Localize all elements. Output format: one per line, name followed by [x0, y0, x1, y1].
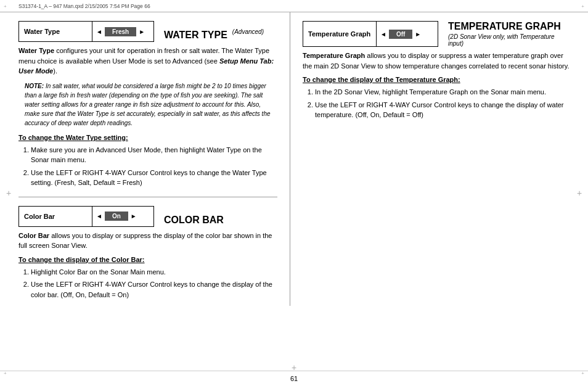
color-bar-steps: Highlight Color Bar on the Sonar Main me…: [18, 267, 277, 300]
water-type-arrow-right[interactable]: ►: [139, 28, 145, 35]
section-divider: [18, 197, 277, 197]
right-center-cross: +: [574, 188, 584, 198]
temp-graph-change-heading: To change the display of the Temperature…: [303, 76, 570, 83]
water-type-intro: Water Type configures your unit for oper…: [18, 46, 277, 76]
color-bar-intro: Color Bar allows you to display or suppr…: [18, 231, 277, 251]
left-column: Water Type ◄ Fresh ► WATER TYPE (Advance…: [18, 12, 277, 306]
temp-graph-arrow-left[interactable]: ◄: [380, 31, 386, 38]
temp-graph-arrow-right[interactable]: ►: [415, 31, 421, 38]
right-column: Temperature Graph ◄ Off ► TEMPERATURE GR…: [290, 12, 570, 306]
color-bar-label-box: Color Bar: [18, 206, 92, 227]
color-bar-heading: COLOR BAR: [164, 206, 224, 227]
corner-mark-tr: +: [581, 4, 584, 9]
color-bar-value: On: [105, 211, 128, 221]
water-type-step-1: Make sure you are in Advanced User Mode,…: [31, 145, 277, 165]
color-bar-step-2: Use the LEFT or RIGHT 4-WAY Cursor Contr…: [31, 279, 277, 300]
page-container: S31374-1_A – 947 Man.qxd 2/15/2005 7:54 …: [0, 0, 588, 386]
water-type-intro-text: configures your unit for operation in fr…: [18, 47, 274, 75]
water-type-note: NOTE: In salt water, what would be consi…: [18, 81, 277, 128]
color-bar-selector[interactable]: ◄ On ►: [92, 206, 154, 227]
temp-graph-step-2: Use the LEFT or RIGHT 4-WAY Cursor Contr…: [315, 100, 570, 120]
water-type-heading: WATER TYPE: [164, 21, 227, 42]
note-body: In salt water, what would be considered …: [25, 83, 271, 126]
color-bar-label: Color Bar: [24, 213, 55, 220]
color-bar-arrow-left[interactable]: ◄: [96, 213, 102, 220]
temp-graph-label: Temperature Graph: [308, 30, 370, 38]
page-number: 61: [290, 375, 298, 382]
temp-graph-intro: Temperature Graph allows you to display …: [303, 51, 570, 71]
temp-graph-selector[interactable]: ◄ Off ►: [377, 21, 438, 47]
water-type-heading-area: WATER TYPE (Advanced): [154, 21, 264, 42]
water-type-arrow-left[interactable]: ◄: [96, 28, 102, 35]
left-center-cross: +: [4, 188, 14, 198]
temp-graph-heading-area: TEMPERATURE GRAPH (2D Sonar View only, w…: [438, 21, 570, 47]
water-type-label-box: Water Type: [18, 21, 92, 42]
header-text: S31374-1_A – 947 Man.qxd 2/15/2005 7:54 …: [18, 3, 150, 9]
temp-graph-value: Off: [389, 30, 412, 39]
water-type-value: Fresh: [105, 27, 136, 36]
water-type-widget: Water Type ◄ Fresh ► WATER TYPE (Advance…: [18, 21, 277, 42]
water-type-steps: Make sure you are in Advanced User Mode,…: [18, 145, 277, 188]
page-header: S31374-1_A – 947 Man.qxd 2/15/2005 7:54 …: [0, 0, 588, 12]
water-type-subheading: (Advanced): [232, 28, 264, 35]
corner-mark-tl: +: [4, 4, 7, 9]
temp-graph-step-1: In the 2D Sonar View, highlight Temperat…: [315, 87, 570, 97]
color-bar-arrow-right[interactable]: ►: [131, 213, 137, 220]
water-type-step-2: Use the LEFT or RIGHT 4-WAY Cursor Contr…: [31, 168, 277, 188]
water-type-selector[interactable]: ◄ Fresh ►: [92, 21, 154, 42]
temp-graph-steps: In the 2D Sonar View, highlight Temperat…: [303, 87, 570, 120]
temp-graph-heading: TEMPERATURE GRAPH: [448, 21, 570, 33]
color-bar-intro-bold: Color Bar: [18, 232, 49, 239]
water-type-intro-bold: Water Type: [18, 47, 54, 54]
note-label: NOTE:: [25, 83, 44, 89]
page-footer: 61: [0, 371, 588, 386]
color-bar-widget: Color Bar ◄ On ► COLOR BAR: [18, 206, 277, 227]
color-bar-heading-area: COLOR BAR: [154, 206, 224, 227]
color-bar-step-1: Highlight Color Bar on the Sonar Main me…: [31, 267, 277, 277]
water-type-change-heading: To change the Water Type setting:: [18, 134, 277, 141]
temp-graph-widget: Temperature Graph ◄ Off ► TEMPERATURE GR…: [303, 21, 570, 47]
color-bar-change-heading: To change the display of the Color Bar:: [18, 256, 277, 263]
temp-graph-subheading: (2D Sonar View only, with Temperature in…: [448, 33, 570, 47]
temp-graph-label-box: Temperature Graph: [303, 21, 377, 47]
temp-graph-intro-bold: Temperature Graph: [303, 52, 365, 59]
content-area: Water Type ◄ Fresh ► WATER TYPE (Advance…: [0, 12, 588, 306]
water-type-label: Water Type: [24, 28, 60, 35]
color-bar-intro-text: allows you to display or suppress the di…: [18, 232, 272, 250]
